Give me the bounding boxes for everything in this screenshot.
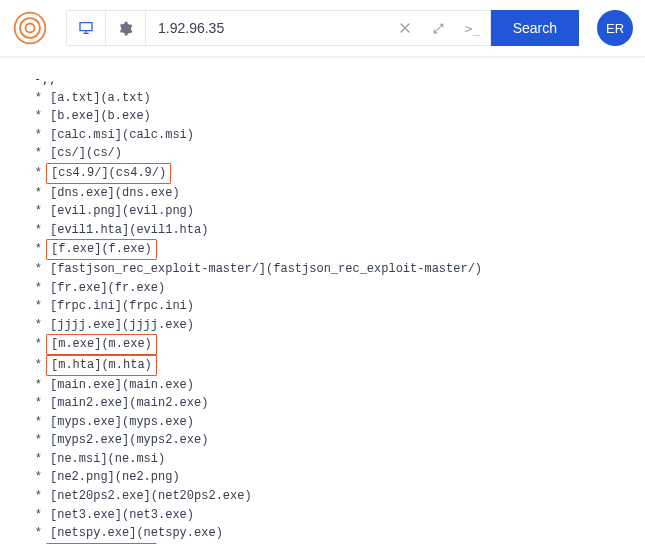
file-entry-highlighted[interactable]: [m.hta](m.hta) bbox=[46, 355, 157, 376]
user-avatar[interactable]: ER bbox=[597, 10, 633, 46]
search-button[interactable]: Search bbox=[491, 10, 579, 46]
search-bar: >_ bbox=[146, 10, 491, 46]
file-entry[interactable]: [b.exe](b.exe) bbox=[48, 107, 153, 126]
file-row: *[fastjson_rec_exploit-master/](fastjson… bbox=[20, 260, 625, 279]
top-fragment: -,, bbox=[20, 70, 625, 89]
terminal-button[interactable]: >_ bbox=[456, 11, 490, 45]
file-row: *[fr.exe](fr.exe) bbox=[20, 279, 625, 298]
bullet: * bbox=[20, 524, 48, 543]
file-entry[interactable]: [evil1.hta](evil1.hta) bbox=[48, 221, 210, 240]
file-row: *[net3.exe](net3.exe) bbox=[20, 506, 625, 525]
bullet: * bbox=[20, 126, 48, 145]
bullet: * bbox=[20, 260, 48, 279]
file-entry-highlighted[interactable]: [cs4.9/](cs4.9/) bbox=[46, 163, 171, 184]
bullet: * bbox=[20, 413, 48, 432]
file-row: *[evil.png](evil.png) bbox=[20, 202, 625, 221]
file-listing: *[a.txt](a.txt)*[b.exe](b.exe)*[calc.msi… bbox=[20, 89, 625, 544]
file-entry[interactable]: [a.txt](a.txt) bbox=[48, 89, 153, 108]
bullet: * bbox=[20, 297, 48, 316]
bullet: * bbox=[20, 107, 48, 126]
file-entry[interactable]: [fastjson_rec_exploit-master/](fastjson_… bbox=[48, 260, 484, 279]
file-row: *[calc.msi](calc.msi) bbox=[20, 126, 625, 145]
file-entry[interactable]: [dns.exe](dns.exe) bbox=[48, 184, 182, 203]
file-row: *[a.txt](a.txt) bbox=[20, 89, 625, 108]
bullet: * bbox=[20, 184, 48, 203]
file-row: *[m.exe](m.exe) bbox=[20, 334, 625, 355]
clear-button[interactable] bbox=[388, 11, 422, 45]
bullet: * bbox=[20, 89, 48, 108]
bullet: * bbox=[20, 506, 48, 525]
file-row: *[netspy.exe](netspy.exe) bbox=[20, 524, 625, 543]
file-entry-highlighted[interactable]: [m.exe](m.exe) bbox=[46, 334, 157, 355]
file-row: *[main.exe](main.exe) bbox=[20, 376, 625, 395]
svg-point-1 bbox=[20, 18, 40, 38]
bullet: * bbox=[20, 356, 48, 375]
file-row: *[ne2.png](ne2.png) bbox=[20, 468, 625, 487]
svg-point-2 bbox=[26, 24, 35, 33]
file-entry[interactable]: [myps.exe](myps.exe) bbox=[48, 413, 196, 432]
file-entry[interactable]: [ne2.png](ne2.png) bbox=[48, 468, 182, 487]
bullet: * bbox=[20, 468, 48, 487]
file-entry[interactable]: [evil.png](evil.png) bbox=[48, 202, 196, 221]
expand-button[interactable] bbox=[422, 11, 456, 45]
file-row: *[net20ps2.exe](net20ps2.exe) bbox=[20, 487, 625, 506]
file-entry[interactable]: [ne.msi](ne.msi) bbox=[48, 450, 167, 469]
file-entry[interactable]: [frpc.ini](frpc.ini) bbox=[48, 297, 196, 316]
file-entry[interactable]: [main2.exe](main2.exe) bbox=[48, 394, 210, 413]
file-row: *[main2.exe](main2.exe) bbox=[20, 394, 625, 413]
header-bar: >_ Search ER bbox=[0, 0, 645, 56]
results-content: -,, *[a.txt](a.txt)*[b.exe](b.exe)*[calc… bbox=[0, 56, 645, 544]
bullet: * bbox=[20, 431, 48, 450]
bullet: * bbox=[20, 487, 48, 506]
file-entry-highlighted[interactable]: [f.exe](f.exe) bbox=[46, 239, 157, 260]
file-row: *[myps2.exe](myps2.exe) bbox=[20, 431, 625, 450]
file-entry[interactable]: [cs/](cs/) bbox=[48, 144, 124, 163]
file-entry[interactable]: [jjjj.exe](jjjj.exe) bbox=[48, 316, 196, 335]
file-row: *[cs/](cs/) bbox=[20, 144, 625, 163]
file-row: *[jjjj.exe](jjjj.exe) bbox=[20, 316, 625, 335]
bullet: * bbox=[20, 450, 48, 469]
bullet: * bbox=[20, 202, 48, 221]
search-input[interactable] bbox=[146, 11, 388, 45]
file-entry[interactable]: [netspy.exe](netspy.exe) bbox=[48, 524, 225, 543]
file-row: *[f.exe](f.exe) bbox=[20, 239, 625, 260]
file-row: *[m.hta](m.hta) bbox=[20, 355, 625, 376]
bullet: * bbox=[20, 279, 48, 298]
file-row: *[b.exe](b.exe) bbox=[20, 107, 625, 126]
file-row: *[evil1.hta](evil1.hta) bbox=[20, 221, 625, 240]
file-entry[interactable]: [net3.exe](net3.exe) bbox=[48, 506, 196, 525]
file-entry[interactable]: [fr.exe](fr.exe) bbox=[48, 279, 167, 298]
file-entry[interactable]: [myps2.exe](myps2.exe) bbox=[48, 431, 210, 450]
file-entry[interactable]: [net20ps2.exe](net20ps2.exe) bbox=[48, 487, 254, 506]
app-logo bbox=[12, 10, 48, 46]
monitor-icon bbox=[78, 20, 94, 36]
file-row: *[dns.exe](dns.exe) bbox=[20, 184, 625, 203]
bullet: * bbox=[20, 316, 48, 335]
close-icon bbox=[399, 22, 411, 34]
terminal-icon: >_ bbox=[465, 21, 481, 36]
bullet: * bbox=[20, 144, 48, 163]
file-entry[interactable]: [calc.msi](calc.msi) bbox=[48, 126, 196, 145]
desktop-view-button[interactable] bbox=[66, 10, 106, 46]
file-row: *[frpc.ini](frpc.ini) bbox=[20, 297, 625, 316]
bullet: * bbox=[20, 240, 48, 259]
bullet: * bbox=[20, 376, 48, 395]
file-entry[interactable]: [main.exe](main.exe) bbox=[48, 376, 196, 395]
bullet: * bbox=[20, 164, 48, 183]
bullet: * bbox=[20, 335, 48, 354]
file-row: *[myps.exe](myps.exe) bbox=[20, 413, 625, 432]
file-row: *[cs4.9/](cs4.9/) bbox=[20, 163, 625, 184]
bullet: * bbox=[20, 221, 48, 240]
expand-icon bbox=[432, 22, 445, 35]
gear-icon bbox=[118, 21, 133, 36]
settings-button[interactable] bbox=[106, 10, 146, 46]
bullet: * bbox=[20, 394, 48, 413]
file-row: *[ne.msi](ne.msi) bbox=[20, 450, 625, 469]
